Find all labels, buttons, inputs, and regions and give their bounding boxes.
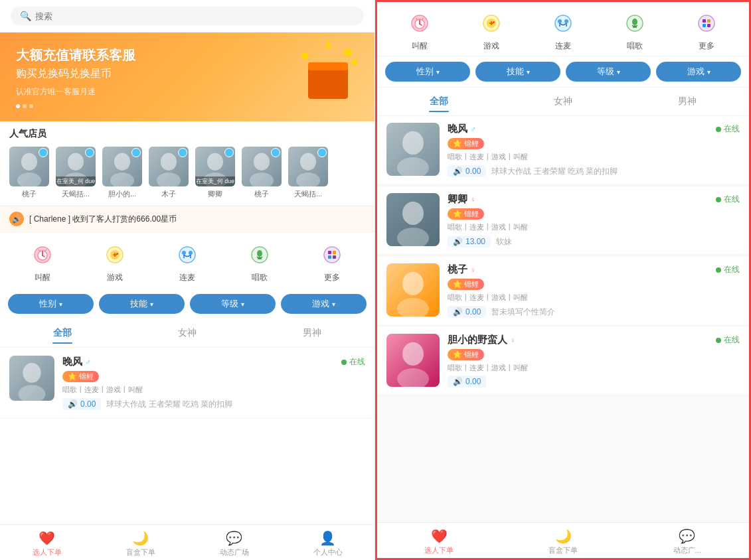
volume-icon: 🔊 — [453, 377, 463, 386]
right-tab-row: 全部女神男神 — [377, 88, 749, 116]
nav-item-选人下单[interactable]: ❤️ 选人下单 — [0, 530, 94, 557]
category-label: 更多 — [324, 272, 340, 283]
svg-point-10 — [68, 153, 84, 171]
user-name: 桃子 — [448, 263, 467, 276]
popular-item[interactable]: 桃子 — [9, 147, 49, 199]
user-desc: 球球大作战 王者荣耀 吃鸡 菜的扣脚 — [106, 399, 232, 410]
svg-point-47 — [324, 247, 340, 263]
svg-rect-77 — [707, 19, 710, 23]
user-info: 晚风 ♂ 在线 ⭐ 锦鲤 唱歌丨连麦丨游戏丨叫醒 🔊 0.00 球球大作战 王者… — [448, 123, 740, 177]
user-tags: 唱歌丨连麦丨游戏丨叫醒 — [448, 293, 740, 303]
user-desc: 软妹 — [496, 236, 512, 247]
category-item-连麦[interactable]: 连麦 — [548, 9, 578, 52]
nav-item-个人中心[interactable]: 👤 个人中心 — [281, 530, 375, 557]
popular-section: 人气店员 桃子 在室美_何 due 天蝎括... — [0, 121, 375, 206]
category-item-游戏[interactable]: 游戏 — [100, 240, 129, 283]
user-price-row: 🔊 13.00 软妹 — [448, 235, 740, 247]
chevron-down-icon: ▾ — [436, 68, 440, 76]
price-value: 0.00 — [465, 377, 481, 386]
user-list-item[interactable]: 胆小的野蛮人 ♀ 在线 ⭐ 锦鲤 唱歌丨连麦丨游戏丨叫醒 🔊 0.00 — [377, 327, 749, 394]
online-status: 在线 — [716, 123, 740, 135]
vip-badge: ⭐ 锦鲤 — [448, 349, 484, 360]
tab-女神[interactable]: 女神 — [125, 323, 250, 343]
user-info: 晚风 ♂ 在线 ⭐ 锦鲤 唱歌丨连麦丨游戏丨叫醒 🔊 0.00 球球大作战 王者… — [62, 356, 365, 410]
user-info: 卿卿 ♀ 在线 ⭐ 锦鲤 唱歌丨连麦丨游戏丨叫醒 🔊 13.00 软妹 — [448, 193, 740, 247]
online-text: 在线 — [349, 356, 365, 368]
filter-btn-game[interactable]: 游戏▾ — [281, 294, 367, 314]
tab-女神[interactable]: 女神 — [501, 92, 626, 111]
nav-label: 盲盒下单 — [548, 545, 578, 555]
popular-item[interactable]: 在室美_何 due 卿卿 — [195, 147, 235, 199]
svg-point-16 — [161, 153, 177, 171]
gender-icon: ♀ — [470, 195, 476, 204]
volume-icon: 🔊 — [453, 167, 463, 176]
filter-btn-skill[interactable]: 技能▾ — [475, 62, 560, 82]
category-item-更多[interactable]: 更多 — [317, 240, 347, 283]
category-item-游戏[interactable]: 游戏 — [477, 9, 506, 52]
popular-item[interactable]: 在室美_何 due 天蝎括... — [56, 147, 96, 199]
category-item-叫醒[interactable]: 叫醒 — [405, 9, 434, 52]
avatar-badge — [131, 148, 141, 157]
user-avatar — [386, 334, 440, 387]
search-wrap[interactable]: 🔍 — [11, 7, 364, 25]
user-avatar — [386, 263, 440, 316]
svg-rect-78 — [703, 24, 706, 27]
filter-btn-game[interactable]: 游戏▾ — [656, 62, 741, 82]
nav-item-盲盒下单[interactable]: 🌙 盲盒下单 — [501, 528, 626, 555]
popular-item[interactable]: 天蝎括... — [288, 147, 328, 199]
tab-全部[interactable]: 全部 — [377, 92, 501, 111]
svg-rect-51 — [333, 255, 336, 259]
online-dot — [716, 338, 721, 343]
gender-icon: ♂ — [85, 358, 91, 367]
category-item-唱歌[interactable]: 唱歌 — [620, 9, 649, 52]
tab-全部[interactable]: 全部 — [0, 323, 125, 343]
user-list-item[interactable]: 卿卿 ♀ 在线 ⭐ 锦鲤 唱歌丨连麦丨游戏丨叫醒 🔊 13.00 软妹 — [377, 186, 749, 254]
avatar-label: 在室美_何 due — [56, 176, 96, 186]
filter-label: 等级 — [221, 298, 238, 310]
volume-icon: 🔊 — [453, 307, 463, 316]
category-item-唱歌[interactable]: 唱歌 — [245, 240, 274, 283]
user-list-item[interactable]: 晚风 ♂ 在线 ⭐ 锦鲤 唱歌丨连麦丨游戏丨叫醒 🔊 0.00 球球大作战 王者… — [377, 116, 749, 184]
nav-item-盲盒下单[interactable]: 🌙 盲盒下单 — [94, 530, 187, 557]
svg-point-4 — [301, 52, 308, 59]
search-input[interactable] — [35, 11, 355, 21]
nav-label: 选人下单 — [33, 547, 62, 557]
svg-rect-1 — [308, 62, 348, 70]
price-tag: 🔊 13.00 — [448, 236, 491, 247]
svg-marker-5 — [325, 39, 331, 49]
user-price-row: 🔊 0.00 — [448, 376, 740, 387]
left-tab-row: 全部女神男神 — [0, 319, 375, 348]
popular-name: 桃子 — [254, 189, 269, 199]
popular-item[interactable]: 木子 — [149, 147, 189, 199]
svg-rect-0 — [308, 66, 348, 99]
online-status: 在线 — [341, 356, 365, 368]
category-item-更多[interactable]: 更多 — [692, 9, 721, 52]
filter-label: 技能 — [130, 298, 147, 310]
category-item-叫醒[interactable]: 叫醒 — [28, 240, 57, 283]
filter-btn-level[interactable]: 等级▾ — [566, 62, 651, 82]
svg-point-13 — [114, 153, 130, 171]
nav-item-选人下单[interactable]: ❤️ 选人下单 — [377, 528, 501, 555]
vip-badge: ⭐ 锦鲤 — [448, 208, 484, 220]
popular-name: 胆小的... — [108, 189, 136, 199]
nav-item-动态广...[interactable]: 💬 动态广... — [625, 528, 749, 555]
filter-btn-skill[interactable]: 技能▾ — [99, 294, 185, 314]
svg-point-39 — [182, 251, 186, 255]
user-list-item[interactable]: 桃子 ♀ 在线 ⭐ 锦鲤 唱歌丨连麦丨游戏丨叫醒 🔊 0.00 暂未填写个性简介 — [377, 257, 749, 324]
tab-男神[interactable]: 男神 — [250, 323, 375, 343]
nav-label: 动态广场 — [220, 547, 249, 557]
svg-point-65 — [493, 21, 495, 23]
category-item-连麦[interactable]: 连麦 — [173, 240, 202, 283]
user-list-item[interactable]: 晚风 ♂ 在线 ⭐ 锦鲤 唱歌丨连麦丨游戏丨叫醒 🔊 0.00 球球大作战 王者… — [0, 348, 375, 419]
nav-label: 个人中心 — [313, 547, 343, 557]
nav-item-动态广场[interactable]: 💬 动态广场 — [187, 530, 281, 557]
tab-男神[interactable]: 男神 — [625, 92, 749, 111]
user-avatar — [386, 193, 440, 246]
filter-btn-gender[interactable]: 性别▾ — [385, 62, 470, 82]
svg-point-2 — [344, 48, 352, 56]
popular-item[interactable]: 桃子 — [242, 147, 282, 199]
filter-btn-gender[interactable]: 性别▾ — [8, 294, 94, 314]
filter-btn-level[interactable]: 等级▾ — [190, 294, 276, 314]
popular-avatar — [288, 147, 328, 186]
popular-item[interactable]: 胆小的... — [102, 147, 142, 199]
